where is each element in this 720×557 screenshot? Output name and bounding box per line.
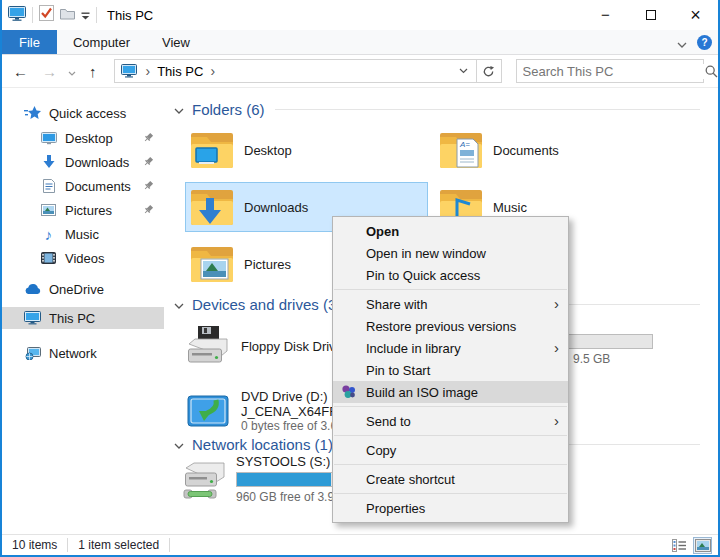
menu-item-properties[interactable]: Properties	[333, 497, 568, 519]
section-collapse-chevron-icon[interactable]	[174, 295, 184, 313]
menu-item-copy[interactable]: Copy	[333, 439, 568, 461]
menu-item-pin-to-start[interactable]: Pin to Start	[333, 359, 568, 381]
pictures-folder-icon	[190, 245, 234, 283]
tab-computer[interactable]: Computer	[57, 30, 146, 54]
close-button[interactable]: ×	[673, 0, 718, 29]
menu-item-create-shortcut[interactable]: Create shortcut	[333, 468, 568, 490]
forward-button[interactable]: →	[35, 63, 64, 80]
quick-access-star-icon	[24, 106, 41, 121]
customize-qat-chevron-icon[interactable]	[81, 6, 90, 24]
section-rule	[275, 109, 700, 110]
menu-item-restore-previous-versions[interactable]: Restore previous versions	[333, 315, 568, 337]
sidebar-item-quick-access[interactable]: Quick access	[2, 102, 164, 124]
sidebar-item-label: Pictures	[65, 203, 112, 218]
sidebar-item-this-pc[interactable]: This PC	[2, 307, 164, 329]
submenu-chevron-icon: ›	[554, 412, 559, 429]
folder-name: Desktop	[244, 143, 292, 158]
maximize-button[interactable]	[628, 0, 673, 29]
sidebar-item-pictures[interactable]: Pictures	[2, 199, 164, 221]
menu-item-label: Properties	[366, 501, 425, 516]
sidebar-item-label: Documents	[65, 179, 131, 194]
submenu-chevron-icon: ›	[554, 339, 559, 356]
back-button[interactable]: ←	[6, 63, 35, 80]
menu-item-label: Copy	[366, 443, 396, 458]
menu-item-label: Send to	[366, 414, 411, 429]
menu-item-label: Include in library	[366, 341, 461, 356]
pictures-icon	[40, 204, 57, 216]
sidebar-item-onedrive[interactable]: OneDrive	[2, 278, 164, 300]
minimize-button[interactable]: −	[583, 0, 628, 29]
menu-item-share-with[interactable]: Share with›	[333, 293, 568, 315]
properties-checkmark-icon[interactable]	[39, 5, 54, 25]
new-folder-icon[interactable]	[60, 6, 75, 24]
sidebar-item-label: OneDrive	[49, 282, 104, 297]
search-input[interactable]	[517, 64, 705, 79]
thumbnails-view-button[interactable]	[693, 537, 712, 554]
quick-access-toolbar: This PC	[2, 5, 153, 25]
refresh-icon[interactable]	[477, 60, 501, 82]
menu-separator	[334, 435, 567, 436]
desktop-folder-icon	[190, 131, 234, 169]
address-bar[interactable]: › This PC ›	[114, 59, 502, 83]
section-folders: Folders (6)	[174, 100, 700, 118]
documents-icon	[40, 179, 57, 193]
menu-item-open-in-new-window[interactable]: Open in new window	[333, 242, 568, 264]
downloads-icon	[40, 155, 57, 169]
documents-folder-icon: A=	[439, 131, 483, 169]
tab-view[interactable]: View	[146, 30, 206, 54]
toolbar-separator	[32, 7, 33, 23]
menu-item-pin-to-quick-access[interactable]: Pin to Quick access	[333, 264, 568, 286]
explorer-window: This PC − × File Computer View ? ← → ↑	[0, 0, 720, 557]
breadcrumb-separator-icon: ›	[141, 63, 156, 79]
selected-count: 1 item selected	[68, 538, 169, 552]
recent-locations-chevron-icon[interactable]	[64, 62, 80, 80]
videos-film-icon	[40, 252, 57, 264]
pin-icon	[143, 155, 154, 170]
sidebar-item-downloads[interactable]: Downloads	[2, 151, 164, 173]
ribbon-right-controls: ?	[677, 30, 712, 55]
breadcrumb-separator-icon[interactable]: ›	[205, 63, 220, 79]
sidebar-item-label: Videos	[65, 251, 105, 266]
desktop-icon	[40, 132, 57, 145]
this-pc-monitor-icon	[24, 311, 41, 325]
help-icon[interactable]: ?	[697, 35, 712, 50]
statusbar-separator	[169, 538, 170, 552]
menu-item-label: Restore previous versions	[366, 319, 516, 334]
pin-icon	[143, 131, 154, 146]
menu-item-build-an-iso-image[interactable]: Build an ISO image	[333, 381, 568, 403]
sidebar-item-desktop[interactable]: Desktop	[2, 127, 164, 149]
menu-item-include-in-library[interactable]: Include in library›	[333, 337, 568, 359]
collapse-ribbon-chevron-icon[interactable]	[677, 34, 687, 52]
section-title[interactable]: Devices and drives (3)	[192, 296, 341, 313]
menu-item-open[interactable]: Open	[333, 220, 568, 242]
search-icon[interactable]	[705, 65, 720, 78]
sidebar-item-videos[interactable]: Videos	[2, 247, 164, 269]
menu-item-label: Create shortcut	[366, 472, 455, 487]
sidebar-item-network[interactable]: Network	[2, 342, 164, 364]
folder-tile-desktop[interactable]: Desktop	[185, 125, 428, 175]
window-title: This PC	[107, 8, 153, 23]
sidebar-item-label: Music	[65, 227, 99, 242]
drive-name: Floppy Disk Drive	[241, 339, 343, 354]
address-dropdown-chevron-icon[interactable]	[452, 60, 476, 82]
up-button[interactable]: ↑	[80, 63, 106, 80]
menu-separator	[334, 493, 567, 494]
section-collapse-chevron-icon[interactable]	[174, 100, 184, 118]
menu-separator	[334, 406, 567, 407]
folder-tile-documents[interactable]: A= Documents	[434, 125, 677, 175]
menu-item-send-to[interactable]: Send to›	[333, 410, 568, 432]
music-note-icon: ♪	[40, 227, 57, 242]
tab-file[interactable]: File	[2, 30, 57, 54]
search-box	[516, 59, 704, 83]
section-title[interactable]: Network locations (1)	[192, 436, 333, 453]
folder-name: Downloads	[244, 200, 308, 215]
menu-separator	[334, 464, 567, 465]
view-toggle-group	[670, 537, 712, 554]
details-view-button[interactable]	[670, 537, 689, 554]
this-pc-icon	[121, 64, 137, 78]
sidebar-item-documents[interactable]: Documents	[2, 175, 164, 197]
breadcrumb[interactable]: This PC	[155, 64, 205, 79]
section-title[interactable]: Folders (6)	[192, 101, 265, 118]
section-collapse-chevron-icon[interactable]	[174, 435, 184, 453]
sidebar-item-music[interactable]: ♪ Music	[2, 223, 164, 245]
